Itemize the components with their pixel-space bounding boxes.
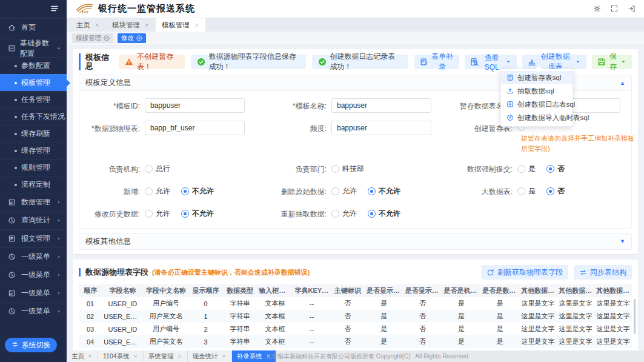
table-row[interactable]: 03USER_ID用户编号2字符串文本框--否是否是是这里是文字这里是文字这里是… xyxy=(79,323,632,335)
collapse-down-icon[interactable]: ▼ xyxy=(620,238,625,244)
close-icon[interactable] xyxy=(177,354,182,359)
sidebar-item-一级菜单[interactable]: 一级菜单 xyxy=(0,247,67,266)
sidebar-subitem-模板管理[interactable]: 模板管理 xyxy=(0,74,67,91)
close-icon[interactable] xyxy=(87,354,93,359)
radio-允许[interactable]: 允许 xyxy=(331,186,357,196)
sidebar-subitem-规则管理[interactable]: 规则管理 xyxy=(0,159,67,176)
hamburger-icon[interactable] xyxy=(50,4,59,15)
radio-不允许[interactable]: 不允许 xyxy=(181,186,214,196)
text-input[interactable] xyxy=(145,121,245,135)
top-tab-主页[interactable]: 主页 xyxy=(70,18,106,32)
sidebar-subitem-流程定制[interactable]: 流程定制 xyxy=(0,176,67,193)
radio-不允许[interactable]: 不允许 xyxy=(368,209,400,219)
collapse-up-icon[interactable]: ▲ xyxy=(620,80,625,86)
doc-icon xyxy=(8,289,17,297)
logout-icon[interactable] xyxy=(628,5,636,13)
close-icon[interactable] xyxy=(95,22,100,28)
sidebar-subitem-缓存刷新[interactable]: 缓存刷新 xyxy=(0,125,67,142)
top-tab-模块管理[interactable]: 模块管理 xyxy=(106,18,156,32)
保存-button[interactable]: 保存 xyxy=(592,55,632,69)
radio-总行[interactable]: 总行 xyxy=(145,164,170,174)
column-header: 是否显示在... xyxy=(365,284,403,297)
radio-group: 总行 xyxy=(145,161,170,174)
field-control xyxy=(331,98,431,113)
alert-text: 创建数据日志记录表成功！ xyxy=(330,52,402,72)
text-input[interactable] xyxy=(331,121,431,135)
footer-tab-现金统计[interactable]: 现金统计 xyxy=(188,350,232,362)
column-header: 是否是数据... xyxy=(480,284,519,297)
radio-否[interactable]: 否 xyxy=(546,164,565,174)
circle-close-icon[interactable] xyxy=(136,35,142,41)
breadcrumb-chip-修改[interactable]: 修改 xyxy=(118,33,146,43)
sidebar-item-一级菜单[interactable]: 一级菜单 xyxy=(0,284,67,302)
dropdown-item-创建数据日志表sql[interactable]: 创建数据日志表sql xyxy=(501,98,573,111)
bullet-icon xyxy=(15,133,17,135)
table-row[interactable]: 04USER_ENAME用户英文名3字符串文本框--否是否是是这里是文字这里是文… xyxy=(79,335,632,348)
sidebar-item-查询统计[interactable]: 查询统计 xyxy=(0,211,67,229)
radio-是[interactable]: 是 xyxy=(517,186,536,196)
radio-科技部[interactable]: 科技部 xyxy=(331,164,364,174)
radio-label: 不允许 xyxy=(379,209,400,219)
chevron-down-icon xyxy=(56,45,62,52)
sidebar-item-数据管理[interactable]: 数据管理 xyxy=(0,193,67,211)
bullet-icon xyxy=(15,82,17,84)
sidebar-subitem-参数配置[interactable]: 参数配置 xyxy=(0,57,67,74)
table-vertical-scrollbar[interactable] xyxy=(634,299,636,334)
dropdown-item-label: 创建暂存表sql xyxy=(517,73,561,82)
table-cell: 是 xyxy=(480,297,519,310)
alert-warning: 不创建暂存表！ xyxy=(119,55,184,69)
sidebar-subitem-任务下发情况[interactable]: 任务下发情况 xyxy=(0,108,67,125)
radio-是[interactable]: 是 xyxy=(517,164,536,174)
table-row[interactable]: 02USER_ENAME用户英文名1字符串文本框--否是否是是这里是文字这里是文… xyxy=(79,310,632,323)
sidebar-top xyxy=(0,0,67,18)
settings-icon[interactable] xyxy=(593,5,601,13)
radio-允许[interactable]: 允许 xyxy=(145,209,170,219)
close-icon[interactable] xyxy=(133,354,138,359)
sidebar-item-一级菜单[interactable]: 一级菜单 xyxy=(0,266,67,284)
field-label: 数据强制提交: xyxy=(440,161,513,175)
radio-不允许[interactable]: 不允许 xyxy=(368,186,400,196)
radio-不允许[interactable]: 不允许 xyxy=(181,209,214,219)
dropdown-item-抽取数据sql[interactable]: 抽取数据sql xyxy=(501,84,573,98)
sidebar-group-base-params[interactable]: 基础参数配置 xyxy=(0,39,67,57)
system-switch-button[interactable]: 系统切换 xyxy=(5,338,57,352)
field-label: 负责部门: xyxy=(255,161,327,175)
alert-success: 创建数据日志记录表成功！ xyxy=(312,55,408,69)
sidebar-item-报文管理[interactable]: 报文管理 xyxy=(0,229,67,247)
sidebar-subitem-缓存管理[interactable]: 缓存管理 xyxy=(0,142,67,159)
dropdown-item-创建数据导入临时表sql[interactable]: 创建数据导入临时表sql xyxy=(501,111,573,124)
查看SQL-button[interactable]: 查看SQL xyxy=(465,55,517,69)
刷新获取物理表字段-button[interactable]: 刷新获取物理表字段 xyxy=(481,265,568,280)
top-tab-模板管理[interactable]: 模板管理 xyxy=(156,18,205,32)
dropdown-item-创建暂存表sql[interactable]: 创建暂存表sql xyxy=(501,71,573,84)
sidebar-item-home[interactable]: 首页 xyxy=(0,18,67,36)
table-cell: -- xyxy=(293,323,330,335)
footer-tab-系统管理[interactable]: 系统管理 xyxy=(144,350,188,362)
close-icon[interactable] xyxy=(194,22,199,28)
fullscreen-icon[interactable] xyxy=(611,5,618,13)
field-control: 总行 xyxy=(145,161,170,174)
circle-close-icon[interactable] xyxy=(104,35,110,41)
table-cell: 这里是文字 xyxy=(594,335,632,348)
close-icon[interactable] xyxy=(144,22,150,28)
sidebar-item-一级菜单[interactable]: 一级菜单 xyxy=(0,302,67,320)
table-row[interactable]: 01USER_ID用户编号0字符串文本框--否是否是是这里是文字这里是文字这里是… xyxy=(79,297,632,310)
close-icon[interactable] xyxy=(221,354,227,359)
alert-success: 数据源物理表字段信息保存成功！ xyxy=(191,55,306,69)
radio-否[interactable]: 否 xyxy=(546,186,565,196)
text-input[interactable] xyxy=(145,98,245,113)
创建数据库表-button[interactable]: 创建数据库表 xyxy=(522,55,586,69)
同步表结构-button[interactable]: 同步表结构 xyxy=(574,265,632,280)
footer-tab-主页[interactable]: 主页 xyxy=(67,350,98,362)
sidebar-subitem-任务管理[interactable]: 任务管理 xyxy=(0,91,67,108)
sidebar-subitem-label: 任务下发情况 xyxy=(21,112,65,122)
text-input[interactable] xyxy=(331,98,431,113)
radio-允许[interactable]: 允许 xyxy=(331,209,357,219)
radio-group: 允许不允许 xyxy=(331,206,400,219)
chevron-right-icon xyxy=(56,236,62,241)
breadcrumb-chip-模板管理[interactable]: 模板管理 xyxy=(72,33,113,43)
表单补录-button[interactable]: 表单补录 xyxy=(414,55,459,69)
switch-icon xyxy=(12,341,19,350)
radio-允许[interactable]: 允许 xyxy=(145,186,170,196)
footer-tab-1104系统[interactable]: 1104系统 xyxy=(98,350,144,362)
